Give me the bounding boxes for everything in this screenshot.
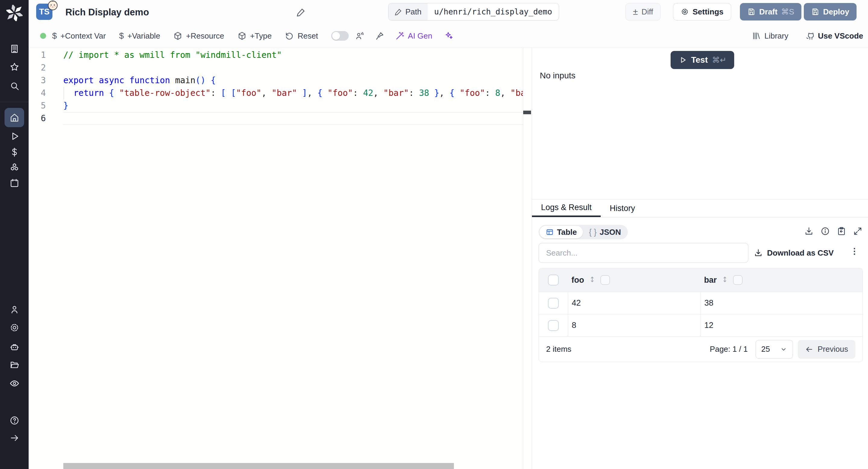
column-header-foo: foo	[571, 276, 584, 285]
sidebar-item-help[interactable]	[0, 412, 29, 429]
page-size-select[interactable]: 25	[755, 340, 793, 359]
library-button[interactable]: Library	[752, 31, 788, 41]
sparkles-icon[interactable]	[444, 31, 453, 40]
sidebar-item-audit-logs[interactable]	[0, 375, 29, 392]
copy-to-clipboard-icon[interactable]	[837, 226, 846, 237]
diff-button[interactable]: ± Diff	[625, 3, 661, 21]
add-variable-button[interactable]: $ +Variable	[119, 31, 160, 41]
windmill-logo-icon[interactable]	[0, 3, 29, 23]
sidebar-item-search[interactable]	[0, 77, 29, 95]
gear-icon	[681, 7, 689, 16]
ai-gen-button[interactable]: AI Gen	[395, 31, 432, 41]
table-row: 812	[539, 314, 863, 336]
page-title: Rich Display demo	[65, 7, 149, 18]
add-resource-button[interactable]: +Resource	[173, 31, 224, 41]
sidebar-item-variables[interactable]	[0, 144, 29, 161]
row-checkbox[interactable]	[548, 320, 559, 331]
dollar-icon: $	[119, 31, 124, 41]
column-options-button[interactable]	[733, 275, 743, 285]
robot-icon	[9, 342, 20, 352]
sidebar-item-runs[interactable]	[0, 127, 29, 145]
table-icon	[546, 228, 554, 236]
path-field[interactable]: Path u/henri/rich_display_demo	[388, 3, 559, 21]
star-icon	[9, 62, 20, 72]
toggle-knob	[332, 32, 340, 40]
search-input[interactable]	[538, 243, 748, 263]
reset-button[interactable]: Reset	[285, 31, 318, 41]
sort-icon[interactable]	[721, 276, 729, 285]
line-number: 3	[29, 74, 46, 87]
arrow-left-icon	[805, 345, 813, 353]
multiplayer-toggle[interactable]	[331, 31, 349, 41]
sidebar	[0, 0, 29, 469]
line-number: 6	[29, 112, 46, 125]
draft-shortcut: ⌘S	[781, 7, 794, 17]
multiplayer-users-button[interactable]	[355, 31, 364, 40]
select-all-checkbox[interactable]	[548, 275, 559, 285]
sidebar-item-users[interactable]	[0, 301, 29, 318]
column-options-button[interactable]	[600, 275, 610, 285]
sidebar-item-favorites[interactable]	[0, 58, 29, 76]
search-icon	[9, 81, 20, 91]
row-checkbox[interactable]	[548, 298, 559, 309]
test-button[interactable]: Test ⌘↵	[671, 51, 734, 69]
sort-icon[interactable]	[588, 276, 596, 285]
save-icon	[811, 7, 819, 16]
package-icon	[238, 31, 247, 40]
package-icon	[173, 31, 182, 40]
no-inputs-text: No inputs	[540, 71, 575, 81]
library-icon	[752, 31, 761, 40]
magic-wand-icon	[395, 31, 404, 40]
save-draft-button[interactable]: Draft ⌘S	[740, 3, 801, 21]
view-table-button[interactable]: Table	[539, 226, 583, 239]
play-icon	[678, 56, 687, 64]
sidebar-divider	[0, 102, 29, 102]
download-csv-button[interactable]: Download as CSV	[754, 245, 834, 260]
info-icon[interactable]	[820, 226, 830, 237]
table-footer: 2 items Page: 1 / 1 25 Previous	[539, 336, 863, 362]
sidebar-item-resources[interactable]	[0, 159, 29, 176]
braces-icon: { }	[589, 227, 597, 237]
user-voice-icon	[355, 31, 364, 40]
code-line: // import * as wmill from "windmill-clie…	[63, 49, 523, 61]
dollar-icon: $	[52, 31, 57, 41]
tab-history[interactable]: History	[601, 199, 644, 217]
code-editor[interactable]: 123456 // import * as wmill from "windmi…	[29, 48, 532, 469]
script-emoji	[47, 0, 58, 11]
sidebar-item-folders[interactable]	[0, 356, 29, 373]
sidebar-item-workers[interactable]	[0, 339, 29, 356]
sidebar-item-home[interactable]	[0, 109, 29, 126]
sidebar-item-settings[interactable]	[0, 319, 29, 336]
tab-logs-result[interactable]: Logs & Result	[532, 199, 601, 217]
path-value[interactable]: u/henri/rich_display_demo	[428, 3, 559, 20]
edit-summary-pencil-icon[interactable]	[296, 7, 306, 18]
add-context-var-button[interactable]: $ +Context Var	[52, 31, 106, 41]
use-vscode-button[interactable]: Use VScode	[805, 31, 863, 41]
view-json-button[interactable]: { } JSON	[583, 226, 627, 239]
sidebar-item-schedules[interactable]	[0, 174, 29, 192]
deploy-button[interactable]: Deploy	[804, 3, 857, 21]
chevron-down-icon	[780, 346, 787, 353]
format-code-button[interactable]	[375, 31, 384, 40]
sidebar-item-workspace[interactable]	[0, 40, 29, 58]
download-result-icon[interactable]	[804, 226, 814, 237]
add-type-button[interactable]: +Type	[238, 31, 272, 41]
code-line: }	[63, 99, 523, 112]
path-label[interactable]: Path	[389, 3, 428, 20]
table-options-kebab-icon[interactable]	[849, 246, 860, 258]
editor-overview-ruler[interactable]	[523, 48, 532, 469]
previous-page-button[interactable]: Previous	[798, 340, 855, 359]
test-shortcut: ⌘↵	[712, 56, 727, 65]
arrow-right-icon	[9, 433, 20, 443]
sidebar-item-expand[interactable]	[0, 429, 29, 447]
table-cell: 42	[572, 299, 581, 308]
column-header-bar: bar	[704, 276, 717, 285]
user-icon	[9, 305, 20, 315]
code-lines: // import * as wmill from "windmill-clie…	[63, 49, 523, 125]
gear-icon	[9, 322, 20, 333]
settings-button[interactable]: Settings	[673, 3, 731, 21]
eye-icon	[9, 378, 20, 388]
code-line: return { "table-row-object": [ ["foo", "…	[63, 87, 523, 99]
horizontal-scrollbar[interactable]	[63, 463, 454, 469]
expand-fullscreen-icon[interactable]	[853, 226, 863, 237]
